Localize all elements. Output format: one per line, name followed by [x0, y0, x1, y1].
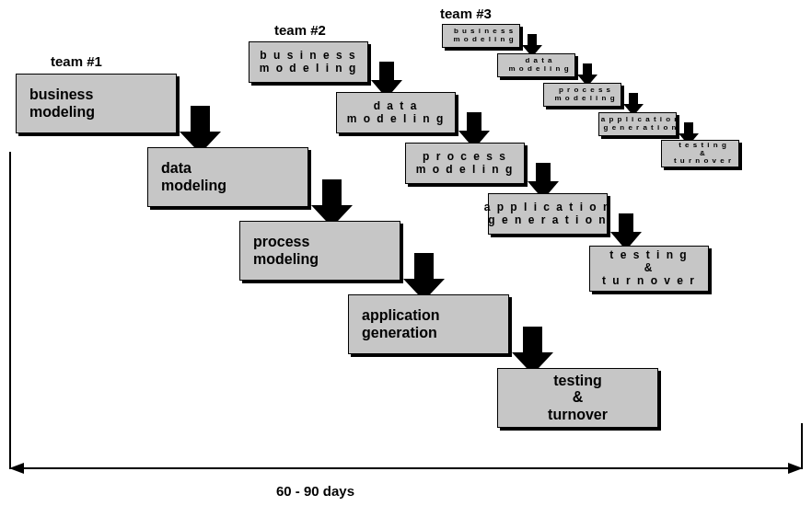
team2-label: team #2 — [274, 22, 326, 38]
t1-testing-box: testing & turnover — [497, 368, 658, 428]
phase-text: b u s i n e s s m o d e l i n g — [260, 50, 358, 75]
team1-label: team #1 — [51, 53, 102, 69]
t2-data-box: d a t a m o d e l i n g — [336, 92, 456, 133]
phase-text: a p p l i c a t i o n g e n e r a t i o … — [601, 116, 679, 132]
t1-data-box: data modeling — [147, 147, 308, 207]
timeline-start-tick — [9, 152, 11, 469]
svg-rect-2 — [322, 179, 342, 205]
t3-data-box: d a t a m o d e l i n g — [497, 53, 575, 77]
phase-text: p r o c e s s m o d e l i n g — [554, 86, 615, 103]
t1-application-box: application generation — [348, 294, 509, 354]
svg-marker-26 — [788, 463, 803, 474]
svg-rect-6 — [523, 327, 542, 352]
t1-process-box: process modeling — [239, 221, 400, 281]
rad-model-diagram: team #1 team #2 team #3 business modelin… — [0, 0, 812, 506]
svg-rect-18 — [583, 63, 592, 75]
svg-rect-4 — [414, 253, 434, 279]
phase-text: d a t a m o d e l i n g — [347, 100, 446, 126]
svg-rect-10 — [467, 112, 481, 131]
phase-text: p r o c e s s m o d e l i n g — [416, 151, 515, 177]
svg-rect-12 — [536, 163, 551, 181]
phase-text: t e s t i n g & t u r n o v e r — [602, 249, 696, 287]
phase-text: b u s i n e s s m o d e l i n g — [453, 28, 514, 44]
svg-rect-14 — [619, 213, 633, 232]
svg-rect-0 — [191, 106, 210, 132]
phase-text: t e s t i n g & t u r n o v e r — [674, 142, 732, 166]
team3-label: team #3 — [440, 6, 492, 21]
phase-text: application generation — [362, 307, 439, 341]
svg-rect-20 — [629, 93, 638, 104]
svg-rect-16 — [528, 34, 537, 45]
phase-text: a p p l i c a t i o n g e n e r a t i o … — [484, 201, 612, 227]
phase-text: d a t a m o d e l i n g — [508, 57, 569, 74]
t2-business-box: b u s i n e s s m o d e l i n g — [249, 41, 368, 83]
t1-business-box: business modeling — [16, 74, 177, 133]
t2-application-box: a p p l i c a t i o n g e n e r a t i o … — [488, 193, 608, 235]
t2-testing-box: t e s t i n g & t u r n o v e r — [589, 246, 709, 292]
svg-rect-22 — [684, 122, 693, 133]
phase-text: business modeling — [29, 86, 95, 121]
t3-process-box: p r o c e s s m o d e l i n g — [543, 83, 621, 107]
phase-text: data modeling — [161, 160, 226, 194]
svg-marker-25 — [9, 463, 24, 474]
timeline-arrow — [9, 460, 803, 480]
t3-business-box: b u s i n e s s m o d e l i n g — [442, 24, 520, 48]
t3-testing-box: t e s t i n g & t u r n o v e r — [661, 140, 739, 167]
phase-text: process modeling — [253, 234, 319, 268]
phase-text: testing & turnover — [548, 373, 608, 423]
svg-rect-8 — [379, 62, 394, 80]
t3-application-box: a p p l i c a t i o n g e n e r a t i o … — [598, 112, 677, 136]
t2-process-box: p r o c e s s m o d e l i n g — [405, 143, 525, 184]
timeline-label: 60 - 90 days — [276, 483, 354, 499]
